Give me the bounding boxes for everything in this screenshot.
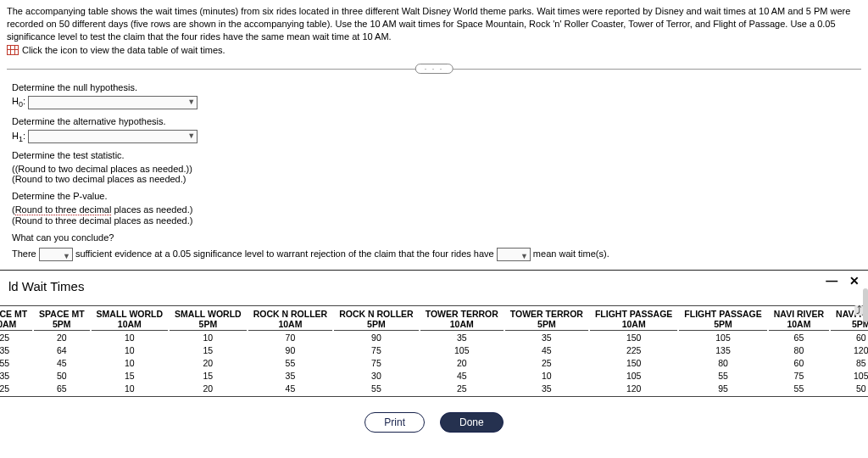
table-row: 2565102045552535120955550 [0,383,868,394]
table-cell: 75 [334,345,419,356]
table-cell: 15 [92,371,169,382]
conclusion-select-1[interactable]: ▼ [39,248,73,261]
chevron-down-icon: ▼ [187,98,195,106]
table-cell: 90 [334,332,419,344]
h0-select[interactable]: ▼ [28,96,198,109]
table-cell: 50 [34,371,89,382]
table-cell: 20 [420,358,504,369]
column-header: TOWER TERROR5PM [505,308,588,331]
table-cell: 55 [334,383,419,394]
table-cell: 105 [679,332,766,344]
scroll-hint-icon[interactable]: ⤴ [854,305,863,316]
table-cell: 45 [34,358,89,369]
table-cell: 15 [170,371,247,382]
table-cell: 35 [0,345,32,356]
table-cell: 10 [92,358,169,369]
h1-select[interactable]: ▼ [28,130,198,143]
table-cell: 10 [92,345,169,356]
table-cell: 50 [831,383,868,394]
conclusion-select-2[interactable]: ▼ [497,248,531,261]
column-header: SMALL WORLD5PM [170,308,247,331]
table-cell: 15 [170,345,247,356]
table-cell: 55 [0,358,32,369]
table-cell: 80 [679,358,766,369]
column-header: SPACE MT5PM [34,308,89,331]
data-panel: — ✕ ld Wait Times SPACE MT10AMSPACE MT5P… [0,270,868,445]
data-table-icon[interactable] [7,45,19,55]
chevron-down-icon: ▼ [187,131,195,140]
pv-round-note: (Round to three decimal places as needed… [12,204,861,215]
table-cell: 85 [831,358,868,369]
pv-round-note: (Round to three decimal places as needed… [12,215,861,226]
table-cell: 64 [34,345,89,356]
done-button[interactable]: Done [440,412,504,433]
table-cell: 35 [248,371,333,382]
table-cell: 10 [170,332,247,344]
table-cell: 90 [248,345,333,356]
table-cell: 95 [679,383,766,394]
divider-handle[interactable]: · · · [415,64,453,74]
table-cell: 35 [0,371,32,382]
table-cell: 105 [590,371,677,382]
column-header: FLIGHT PASSAGE5PM [679,308,766,331]
problem-statement: The accompanying table shows the wait ti… [7,5,861,43]
table-cell: 75 [334,358,419,369]
table-cell: 75 [769,371,829,382]
p-value-prompt: Determine the P-value. [12,191,861,201]
table-cell: 55 [248,358,333,369]
test-statistic-prompt: Determine the test statistic. [12,150,861,160]
column-header: SMALL WORLD10AM [92,308,169,331]
minimize-icon[interactable]: — [826,274,839,288]
table-cell: 10 [92,383,169,394]
ts-round-note: (Round to two decimal places as needed.) [12,174,861,184]
chevron-down-icon: ▼ [520,249,528,263]
table-cell: 20 [170,383,247,394]
column-header: ROCK N ROLLER10AM [248,308,333,331]
h1-symbol: H1: [12,131,25,141]
column-header: ROCK N ROLLER5PM [334,308,419,331]
conclusion-line: There ▼ sufficient evidence at a 0.05 si… [12,246,861,263]
table-cell: 150 [590,358,677,369]
table-cell: 80 [769,345,829,356]
table-cell: 55 [769,383,829,394]
table-cell: 25 [420,383,504,394]
table-cell: 150 [590,332,677,344]
conclusion-prompt: What can you conclude? [12,232,861,243]
table-cell: 105 [831,371,868,382]
table-cell: 120 [831,345,868,356]
table-cell: 25 [0,383,32,394]
null-hypothesis-prompt: Determine the null hypothesis. [12,82,861,92]
column-header: NAVI RIVER10AM [769,308,829,331]
vertical-scrollbar[interactable] [863,288,868,322]
table-row: 5545102055752025150806085 [0,358,868,369]
table-cell: 225 [590,345,677,356]
table-cell: 105 [420,345,504,356]
table-cell: 120 [590,383,677,394]
table-cell: 45 [505,345,588,356]
table-cell: 45 [420,371,504,382]
print-button[interactable]: Print [364,412,425,433]
table-cell: 55 [679,371,766,382]
table-cell: 30 [334,371,419,382]
table-cell: 10 [92,332,169,344]
section-divider: · · · [7,64,861,74]
table-cell: 70 [248,332,333,344]
column-header: FLIGHT PASSAGE10AM [590,308,677,331]
table-row: 35501515353045101055575105 [0,371,868,382]
table-cell: 65 [34,383,89,394]
data-table-hint: Click the icon to view the data table of… [22,45,225,55]
table-cell: 35 [505,383,588,394]
column-header: TOWER TERROR10AM [420,308,504,331]
panel-title: ld Wait Times [8,279,860,293]
table-cell: 65 [769,332,829,344]
h0-symbol: H0: [12,96,25,106]
table-cell: 35 [505,332,588,344]
table-cell: 45 [248,383,333,394]
alt-hypothesis-prompt: Determine the alternative hypothesis. [12,116,861,126]
close-icon[interactable]: ✕ [849,274,861,288]
table-cell: 20 [170,358,247,369]
table-cell: 60 [769,358,829,369]
table-cell: 10 [505,371,588,382]
table-cell: 35 [420,332,504,344]
table-cell: 25 [505,358,588,369]
